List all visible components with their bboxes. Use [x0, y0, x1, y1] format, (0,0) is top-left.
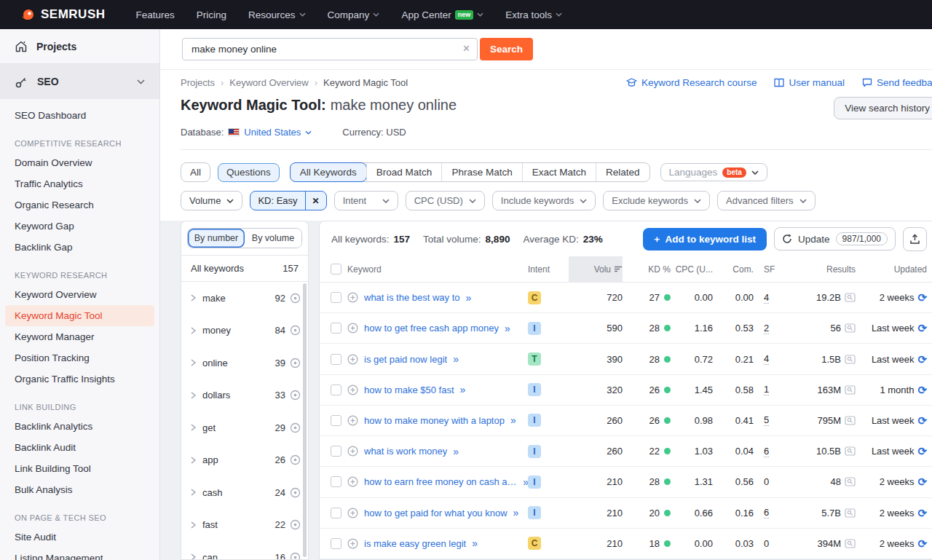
sidebar-item-organic-traffic-insights[interactable]: Organic Traffic Insights — [0, 368, 159, 390]
select-all-checkbox[interactable] — [331, 264, 341, 275]
user-manual-link[interactable]: User manual — [774, 77, 845, 88]
kd-filter-clear-icon[interactable]: ✕ — [305, 192, 326, 210]
tab-all-keywords[interactable]: All Keywords — [290, 162, 367, 182]
sidebar-item-organic-research[interactable]: Organic Research — [0, 194, 159, 216]
row-checkbox[interactable] — [331, 323, 341, 334]
kd-filter-active[interactable]: KD: Easy ✕ — [250, 191, 326, 210]
expand-keyword-icon[interactable]: » — [453, 353, 458, 365]
cell-sf[interactable]: 1 — [764, 384, 769, 395]
tab-questions[interactable]: Questions — [218, 163, 280, 182]
eye-icon[interactable] — [290, 519, 301, 530]
serp-icon[interactable] — [845, 446, 856, 456]
cell-sf[interactable]: 6 — [764, 507, 769, 518]
keyword-link[interactable]: how to get free cash app money — [364, 323, 499, 334]
eye-icon[interactable] — [290, 487, 301, 498]
refresh-icon[interactable]: ⟳ — [917, 446, 927, 457]
sidebar-item-backlink-gap[interactable]: Backlink Gap — [0, 237, 159, 258]
header-sf[interactable]: SF — [754, 256, 787, 282]
serp-icon[interactable] — [845, 323, 856, 333]
header-cpc[interactable]: CPC (U... — [671, 256, 713, 282]
chevron-right-icon[interactable] — [191, 489, 196, 496]
group-row-app[interactable]: app 26 — [181, 444, 308, 477]
send-feedback-link[interactable]: Send feedback — [862, 77, 932, 88]
expand-keyword-icon[interactable]: » — [513, 507, 518, 518]
add-keyword-icon[interactable] — [347, 323, 358, 334]
sidebar-item-seo[interactable]: SEO — [0, 64, 159, 99]
expand-keyword-icon[interactable]: » — [505, 323, 510, 334]
refresh-icon[interactable]: ⟳ — [917, 323, 927, 334]
languages-dropdown[interactable]: Languages beta — [660, 163, 767, 181]
serp-icon[interactable] — [845, 477, 856, 486]
add-keyword-icon[interactable] — [347, 538, 358, 549]
keyword-link[interactable]: how to earn free money on cash app — [364, 476, 517, 487]
sidebar-item-bulk-analysis[interactable]: Bulk Analysis — [0, 479, 159, 500]
group-row-make[interactable]: make 92 — [181, 282, 308, 315]
cell-sf[interactable]: 4 — [764, 353, 769, 365]
tab-related[interactable]: Related — [596, 163, 649, 181]
sidebar-item-site-audit[interactable]: Site Audit — [0, 527, 159, 548]
row-checkbox[interactable] — [331, 508, 341, 518]
refresh-icon[interactable]: ⟳ — [917, 538, 927, 549]
group-row-fast[interactable]: fast 22 — [181, 509, 308, 542]
refresh-icon[interactable]: ⟳ — [917, 476, 927, 487]
eye-icon[interactable] — [290, 325, 301, 336]
chevron-right-icon[interactable] — [191, 553, 196, 560]
update-button[interactable]: Update 987/1,000 — [774, 227, 896, 251]
nav-item-extra-tools[interactable]: Extra tools — [505, 9, 562, 20]
row-checkbox[interactable] — [331, 415, 341, 426]
expand-keyword-icon[interactable]: » — [523, 476, 528, 488]
exclude-keywords-filter[interactable]: Exclude keywords — [603, 191, 710, 210]
refresh-icon[interactable]: ⟳ — [917, 384, 927, 395]
keyword-link[interactable]: how to make $50 fast — [364, 384, 454, 395]
chevron-right-icon[interactable] — [191, 392, 196, 399]
row-checkbox[interactable] — [331, 538, 341, 549]
header-intent[interactable]: Intent — [528, 256, 569, 282]
eye-icon[interactable] — [290, 552, 301, 560]
keyword-link[interactable]: is make easy green legit — [364, 538, 466, 549]
chevron-right-icon[interactable] — [191, 359, 196, 366]
keyword-link[interactable]: what is work money — [364, 446, 447, 457]
group-row-cash[interactable]: cash 24 — [181, 476, 308, 509]
sidebar-item-listing-management[interactable]: Listing Management — [0, 548, 159, 560]
chevron-right-icon[interactable] — [191, 327, 196, 334]
chevron-right-icon[interactable] — [191, 294, 196, 301]
tab-phrase-match[interactable]: Phrase Match — [441, 163, 521, 181]
serp-icon[interactable] — [845, 539, 856, 548]
refresh-icon[interactable]: ⟳ — [917, 354, 927, 365]
header-updated[interactable]: Updated — [856, 256, 932, 282]
cell-sf[interactable]: 2 — [764, 323, 769, 334]
sidebar-item-backlink-analytics[interactable]: Backlink Analytics — [0, 416, 159, 437]
sidebar-item-seo-dashboard[interactable]: SEO Dashboard — [0, 105, 159, 126]
keyword-link[interactable]: is get paid now legit — [364, 354, 447, 365]
search-button[interactable]: Search — [480, 38, 533, 60]
header-keyword[interactable]: Keyword — [347, 256, 528, 282]
expand-keyword-icon[interactable]: » — [510, 414, 516, 426]
view-search-history-button[interactable]: View search history — [834, 97, 932, 119]
group-row-dollars[interactable]: dollars 33 — [181, 379, 308, 412]
sidebar-item-traffic-analytics[interactable]: Traffic Analytics — [0, 173, 159, 194]
export-button[interactable] — [903, 227, 927, 251]
cell-sf[interactable]: 6 — [764, 446, 769, 457]
row-checkbox[interactable] — [331, 446, 341, 457]
add-keyword-icon[interactable] — [347, 415, 358, 426]
sidebar-item-domain-overview[interactable]: Domain Overview — [0, 152, 159, 173]
by-volume-toggle[interactable]: By volume — [245, 229, 301, 248]
sidebar-item-keyword-magic-tool[interactable]: Keyword Magic Tool — [5, 305, 154, 326]
eye-icon[interactable] — [290, 390, 301, 401]
header-volume[interactable]: Volu — [569, 256, 623, 282]
sidebar-item-projects[interactable]: Projects — [0, 29, 159, 64]
add-keyword-icon[interactable] — [347, 292, 358, 303]
expand-keyword-icon[interactable]: » — [453, 446, 458, 457]
serp-icon[interactable] — [845, 355, 856, 364]
tab-broad-match[interactable]: Broad Match — [366, 163, 442, 181]
keyword-link[interactable]: how to get paid for what you know — [364, 508, 508, 518]
header-results[interactable]: Results — [787, 256, 856, 282]
nav-item-resources[interactable]: Resources — [248, 9, 306, 20]
add-keyword-icon[interactable] — [347, 446, 358, 457]
serp-icon[interactable] — [845, 416, 856, 425]
keyword-link[interactable]: how to make money with a laptop — [364, 415, 505, 426]
eye-icon[interactable] — [290, 454, 301, 465]
include-keywords-filter[interactable]: Include keywords — [492, 191, 596, 210]
keyword-research-course-link[interactable]: Keyword Research course — [626, 77, 757, 88]
add-keyword-icon[interactable] — [347, 354, 358, 365]
